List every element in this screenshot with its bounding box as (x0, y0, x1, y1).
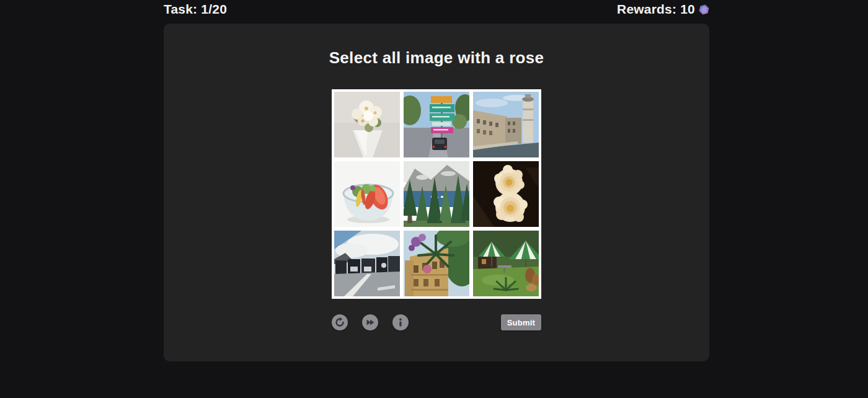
image-tile-building-palm[interactable] (404, 231, 469, 296)
building-palm-image (404, 231, 469, 296)
image-tile-garden-umbrellas[interactable] (473, 231, 539, 296)
bouquet-image (334, 92, 400, 157)
submit-button[interactable]: Submit (501, 314, 541, 330)
app-window: Task: 1/20 Rewards: 10 Select all image … (0, 0, 868, 398)
image-tile-street-signs[interactable] (404, 92, 469, 157)
reload-icon (335, 317, 345, 327)
image-tile-roses[interactable] (473, 161, 539, 227)
mountain-lake-image (404, 161, 469, 227)
image-grid (332, 89, 541, 299)
top-bar: Task: 1/20 Rewards: 10 (164, 0, 709, 19)
rewards-label: Rewards: 10 (617, 2, 695, 17)
rewards-indicator: Rewards: 10 (617, 2, 709, 17)
canal-buildings-image (473, 92, 539, 157)
gem-icon (698, 3, 711, 16)
garden-umbrellas-image (473, 231, 539, 296)
controls-row: Submit (332, 314, 541, 330)
roses-image (473, 161, 539, 227)
image-tile-salad-bowl[interactable] (334, 161, 400, 227)
trucks-image (334, 231, 400, 296)
image-tile-bouquet[interactable] (334, 92, 400, 157)
info-icon (396, 317, 405, 327)
fast-forward-icon (365, 317, 375, 327)
image-tile-canal-buildings[interactable] (473, 92, 539, 157)
info-button[interactable] (392, 314, 409, 330)
salad-bowl-image (334, 161, 400, 227)
task-counter: Task: 1/20 (164, 2, 227, 17)
skip-button[interactable] (362, 314, 378, 330)
image-tile-mountain-lake[interactable] (404, 161, 469, 227)
challenge-title: Select all image with a rose (164, 48, 709, 68)
street-signs-image (404, 92, 469, 157)
reload-button[interactable] (332, 314, 348, 330)
challenge-panel: Select all image with a rose (164, 24, 709, 361)
image-tile-trucks[interactable] (334, 231, 400, 296)
